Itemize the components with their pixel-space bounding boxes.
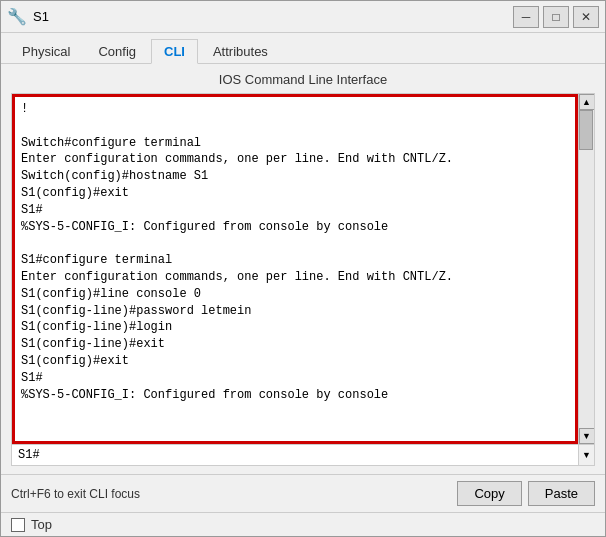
cli-line: S1(config-line)#exit: [21, 336, 569, 353]
cli-line: S1#: [21, 202, 569, 219]
tab-physical[interactable]: Physical: [9, 39, 83, 63]
cli-line: !: [21, 101, 569, 118]
cli-line: S1(config-line)#login: [21, 319, 569, 336]
main-window: 🔧 S1 ─ □ ✕ Physical Config CLI Attribute…: [0, 0, 606, 537]
top-label: Top: [31, 517, 52, 532]
close-button[interactable]: ✕: [573, 6, 599, 28]
help-text: Ctrl+F6 to exit CLI focus: [11, 487, 140, 501]
bottom-bar: Ctrl+F6 to exit CLI focus Copy Paste: [1, 474, 605, 512]
cli-line: %SYS-5-CONFIG_I: Configured from console…: [21, 387, 569, 404]
scroll-down-button[interactable]: ▼: [579, 428, 595, 444]
cli-input-row: ▼: [12, 444, 594, 465]
tab-attributes[interactable]: Attributes: [200, 39, 281, 63]
cli-line: S1(config)#line console 0: [21, 286, 569, 303]
copy-button[interactable]: Copy: [457, 481, 521, 506]
cli-line: S1#configure terminal: [21, 252, 569, 269]
cli-input[interactable]: [12, 445, 578, 465]
cli-line: S1(config-line)#password letmein: [21, 303, 569, 320]
cli-output-wrapper: !Switch#configure terminalEnter configur…: [12, 94, 594, 444]
tab-cli[interactable]: CLI: [151, 39, 198, 64]
top-checkbox[interactable]: [11, 518, 25, 532]
paste-button[interactable]: Paste: [528, 481, 595, 506]
cli-line: S1(config)#exit: [21, 353, 569, 370]
cli-line: Switch(config)#hostname S1: [21, 168, 569, 185]
window-controls: ─ □ ✕: [513, 6, 599, 28]
input-scroll-down[interactable]: ▼: [578, 445, 594, 465]
maximize-button[interactable]: □: [543, 6, 569, 28]
cli-line: Enter configuration commands, one per li…: [21, 151, 569, 168]
tab-config[interactable]: Config: [85, 39, 149, 63]
title-bar: 🔧 S1 ─ □ ✕: [1, 1, 605, 33]
cli-line: S1(config)#exit: [21, 185, 569, 202]
minimize-button[interactable]: ─: [513, 6, 539, 28]
cli-line: Enter configuration commands, one per li…: [21, 269, 569, 286]
content-area: IOS Command Line Interface !Switch#confi…: [1, 64, 605, 474]
cli-output[interactable]: !Switch#configure terminalEnter configur…: [12, 94, 578, 444]
cli-scrollbar: ▲ ▼: [578, 94, 594, 444]
cli-line: S1#: [21, 370, 569, 387]
footer-bar: Top: [1, 512, 605, 536]
section-title: IOS Command Line Interface: [11, 72, 595, 87]
window-icon: 🔧: [7, 7, 27, 27]
tab-bar: Physical Config CLI Attributes: [1, 33, 605, 64]
window-title: S1: [33, 9, 513, 24]
cli-line: Switch#configure terminal: [21, 135, 569, 152]
scrollbar-thumb[interactable]: [579, 110, 593, 150]
scroll-up-button[interactable]: ▲: [579, 94, 595, 110]
scrollbar-track: [579, 110, 594, 428]
button-group: Copy Paste: [457, 481, 595, 506]
cli-container: !Switch#configure terminalEnter configur…: [11, 93, 595, 466]
cli-line: %SYS-5-CONFIG_I: Configured from console…: [21, 219, 569, 236]
